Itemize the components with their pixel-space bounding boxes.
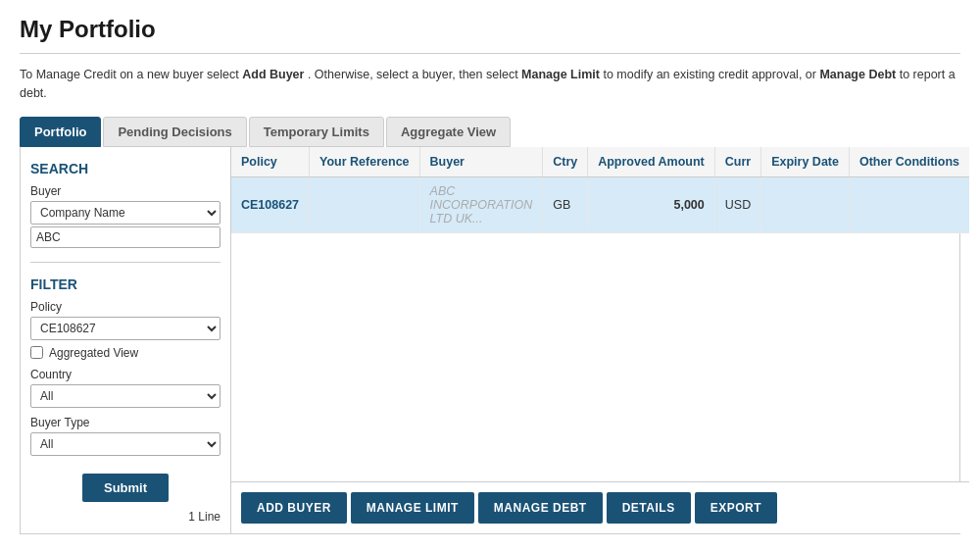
cell-approved-amount: 5,000 (588, 176, 715, 232)
export-button[interactable]: EXPORT (695, 492, 777, 524)
content-area: Policy Your Reference Buyer Ctry Approve… (231, 147, 969, 533)
country-dropdown[interactable]: All (30, 384, 220, 408)
filter-section-title: FILTER (30, 276, 220, 292)
details-button[interactable]: DETAILS (607, 492, 691, 524)
add-buyer-button[interactable]: ADD BUYER (241, 492, 347, 524)
col-your-reference: Your Reference (310, 147, 419, 177)
sidebar: SEARCH Buyer Company Name FILTER Policy … (21, 147, 231, 533)
portfolio-table: Policy Your Reference Buyer Ctry Approve… (231, 147, 969, 233)
col-expiry-date: Expiry Date (761, 147, 850, 177)
buyer-type-label: Buyer Type (30, 416, 220, 429)
country-label: Country (30, 368, 220, 381)
cell-buyer: ABC INCORPORATION LTD UK... (419, 176, 543, 232)
tab-bar: Portfolio Pending Decisions Temporary Li… (20, 117, 960, 147)
table-wrapper: Policy Your Reference Buyer Ctry Approve… (231, 147, 969, 481)
search-section-title: SEARCH (30, 161, 220, 176)
aggregated-view-label: Aggregated View (49, 346, 138, 360)
tab-temporary-limits[interactable]: Temporary Limits (249, 117, 384, 147)
cell-curr: USD (714, 176, 760, 232)
lines-info: 1 Line (30, 510, 220, 524)
manage-debt-button[interactable]: MANAGE DEBT (478, 492, 603, 524)
cell-policy: CE108627 (231, 176, 310, 232)
buyer-type-dropdown[interactable]: All (30, 432, 220, 456)
col-ctry: Ctry (543, 147, 588, 177)
tab-pending-decisions[interactable]: Pending Decisions (103, 117, 246, 147)
policy-dropdown[interactable]: CE108627 (30, 317, 220, 340)
instruction-text: To Manage Credit on a new buyer select A… (20, 66, 960, 103)
cell-expiry-date (761, 176, 850, 232)
col-approved-amount: Approved Amount (588, 147, 715, 177)
submit-button[interactable]: Submit (82, 474, 169, 502)
cell-ctry: GB (543, 176, 588, 232)
search-input[interactable] (30, 226, 220, 248)
col-buyer: Buyer (419, 147, 543, 177)
tab-portfolio[interactable]: Portfolio (20, 117, 101, 147)
table-row[interactable]: CE108627 ABC INCORPORATION LTD UK... GB … (231, 176, 969, 232)
bottom-buttons-bar: ADD BUYER MANAGE LIMIT MANAGE DEBT DETAI… (231, 481, 969, 533)
page-title: My Portfolio (20, 16, 960, 43)
cell-other-conditions (849, 176, 969, 232)
manage-limit-button[interactable]: MANAGE LIMIT (351, 492, 474, 524)
buyer-dropdown[interactable]: Company Name (30, 201, 220, 225)
col-curr: Curr (714, 147, 760, 177)
buyer-label: Buyer (30, 184, 220, 198)
tab-aggregate-view[interactable]: Aggregate View (386, 117, 511, 147)
policy-label: Policy (30, 300, 220, 314)
aggregated-view-checkbox[interactable] (30, 346, 43, 359)
cell-your-reference (310, 176, 419, 232)
col-other-conditions: Other Conditions (849, 147, 969, 177)
col-policy: Policy (231, 147, 310, 177)
